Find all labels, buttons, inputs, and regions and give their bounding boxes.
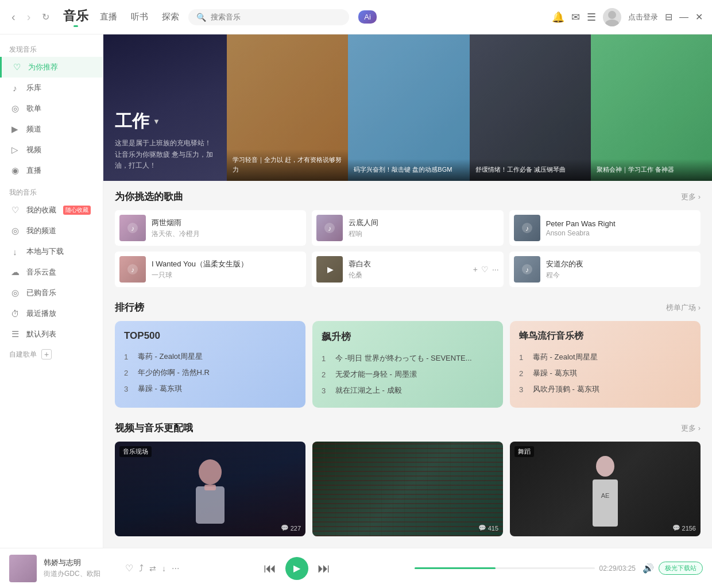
- song-item-3[interactable]: ♪ I Wanted You（温柔女生版） 一只球: [115, 252, 306, 287]
- rank-card-1[interactable]: 飙升榜 1 今 -明日 世界が终わっても - SEVENTE... 2 无爱才能…: [312, 321, 503, 408]
- banner-card-1[interactable]: 码字兴奋剂！敲击键 盘的动感BGM: [348, 34, 469, 181]
- song-item-5[interactable]: ♪ 安道尔的夜 程今: [509, 252, 701, 287]
- sidebar-item-default-list[interactable]: ☰ 默认列表: [0, 324, 103, 345]
- videos-title: 视频与音乐更配哦: [115, 421, 193, 435]
- sidebar-item-songs[interactable]: ◎ 歌单: [0, 98, 103, 119]
- sidebar-item-my-collect[interactable]: ♡ 我的收藏 随心收藏: [0, 200, 103, 220]
- banner-desc: 这里是属于上班族的充电驿站！让音乐为你驱散疲 惫与压力，加油，打工人！: [115, 138, 215, 172]
- ai-button[interactable]: Ai: [358, 10, 377, 24]
- song-actions-4: + ♡ ···: [473, 265, 499, 274]
- sidebar-item-library[interactable]: ♪ 乐库: [0, 78, 103, 98]
- nav-links: 直播 听书 探索: [100, 11, 179, 22]
- window-close[interactable]: ✕: [695, 11, 703, 22]
- video-card-2[interactable]: AE 舞蹈 💬2156: [510, 442, 701, 536]
- song-name-3: I Wanted You（温柔女生版）: [152, 259, 301, 269]
- svg-text:♪: ♪: [525, 266, 529, 274]
- banner-card-0[interactable]: 学习轻音｜全力以 赶，才有资格说够努力: [227, 34, 348, 181]
- nav-right: 🔔 ✉ ☰ 点击登录 ⊟ — ✕: [552, 8, 703, 26]
- video-count-2: 💬2156: [672, 524, 696, 532]
- search-input[interactable]: [211, 13, 341, 21]
- default-list-icon: ☰: [9, 329, 21, 339]
- rankings-more[interactable]: 榜单广场 ›: [666, 303, 701, 313]
- login-text[interactable]: 点击登录: [628, 12, 658, 22]
- channels-label: 频道: [26, 124, 41, 134]
- mail-button[interactable]: ✉: [571, 11, 580, 24]
- sidebar-item-purchased[interactable]: ◎ 已购音乐: [0, 283, 103, 303]
- video-card-1[interactable]: 💬415: [312, 442, 503, 536]
- song-item-4[interactable]: ▶ 蓉白衣 伦桑 + ♡ ···: [312, 252, 503, 287]
- player-time: 02:29/03:25: [599, 564, 636, 572]
- banner-card-2[interactable]: 舒缓情绪！工作必备 减压钢琴曲: [470, 34, 591, 181]
- picked-songs-more[interactable]: 更多 ›: [681, 192, 701, 202]
- song-more-btn-4[interactable]: ···: [492, 265, 499, 274]
- downloads-icon: ↓: [9, 247, 21, 257]
- player-artist: 街道办GDC、欧阳: [44, 569, 118, 579]
- sidebar-item-live[interactable]: ◉ 直播: [0, 160, 103, 181]
- menu-button[interactable]: ☰: [587, 11, 596, 24]
- window-restore[interactable]: ⊟: [665, 11, 672, 22]
- video-tag-2: 舞蹈: [514, 446, 534, 457]
- song-item-2[interactable]: ♪ Peter Pan Was Right Anson Seabra: [509, 210, 701, 246]
- video-card-0[interactable]: 音乐现场 💬227: [115, 442, 305, 536]
- rankings-grid: TOP500 1 毒药 - Zealot周星星 2 年少的你啊 - 浩然H.R …: [115, 321, 701, 408]
- player-prev-btn[interactable]: ⏮: [264, 561, 276, 576]
- create-playlist-row[interactable]: 自建歌单 +: [0, 345, 103, 364]
- sidebar-item-recent[interactable]: ⏱ 最近播放: [0, 303, 103, 324]
- banner-dropdown-icon[interactable]: ▼: [153, 117, 160, 126]
- sidebar-item-cloud[interactable]: ☁ 音乐云盘: [0, 262, 103, 283]
- svg-point-15: [596, 456, 614, 477]
- player-volume-btn[interactable]: 🔊: [643, 563, 654, 574]
- player-play-btn[interactable]: ▶: [285, 557, 308, 580]
- nav-live[interactable]: 直播: [100, 11, 117, 22]
- player-thumb[interactable]: [9, 555, 37, 582]
- player-like-btn[interactable]: ♡: [125, 563, 133, 574]
- window-minimize[interactable]: —: [679, 12, 688, 22]
- song-item-1[interactable]: ♪ 云底人间 程响: [312, 210, 503, 246]
- nav-audiobook[interactable]: 听书: [131, 11, 148, 22]
- song-thumb-1: ♪: [316, 215, 343, 241]
- songs-icon: ◎: [9, 103, 21, 114]
- song-info-1: 云底人间 程响: [349, 218, 498, 239]
- create-playlist-icon[interactable]: +: [41, 349, 52, 359]
- svg-text:♪: ♪: [328, 225, 331, 233]
- rank-card-0[interactable]: TOP500 1 毒药 - Zealot周星星 2 年少的你啊 - 浩然H.R …: [115, 321, 305, 408]
- player-download-btn[interactable]: ↓: [162, 564, 166, 573]
- sidebar-item-downloads[interactable]: ↓ 本地与下载: [0, 241, 103, 262]
- sidebar-item-videos[interactable]: ▷ 视频: [0, 140, 103, 160]
- player-next-btn[interactable]: ⏭: [318, 561, 330, 576]
- player-shuffle-btn[interactable]: ⇄: [149, 564, 156, 573]
- content-area: 工作 ▼ 这里是属于上班族的充电驿站！让音乐为你驱散疲 惫与压力，加油，打工人！…: [103, 34, 712, 548]
- svg-point-0: [608, 11, 616, 19]
- notification-bell[interactable]: 🔔: [552, 11, 564, 24]
- rank-num-icon: 2: [124, 369, 133, 377]
- picked-songs-title: 为你挑选的歌曲: [115, 190, 183, 203]
- rank-item-1-0: 1 今 -明日 世界が终わっても - SEVENTE...: [322, 350, 494, 366]
- player-progress-bar[interactable]: [415, 567, 595, 569]
- song-thumb-3: ♪: [119, 256, 146, 283]
- purchased-icon: ◎: [9, 288, 21, 298]
- sidebar-item-my-channel[interactable]: ◎ 我的频道: [0, 220, 103, 241]
- player-info: 韩娇与志明 街道办GDC、欧阳: [44, 558, 118, 579]
- main-layout: 发现音乐 ♡ 为你推荐 ♪ 乐库 ◎ 歌单 ▶ 频道 ▷ 视频 ◉ 直播 我的音…: [0, 34, 712, 548]
- refresh-button[interactable]: ↻: [40, 9, 52, 25]
- app-logo: 音乐: [63, 7, 88, 25]
- banner-card-3[interactable]: 聚精会神｜学习工作 备神器: [591, 34, 712, 181]
- downloads-label: 本地与下载: [26, 246, 64, 257]
- videos-more[interactable]: 更多 ›: [681, 423, 701, 434]
- banner-title-row: 工作 ▼: [115, 110, 215, 133]
- song-like-btn-4[interactable]: ♡: [481, 265, 489, 274]
- search-box: 🔍: [188, 9, 349, 25]
- rank-card-2[interactable]: 蜂鸟流行音乐榜 1 毒药 - Zealot周星星 2 暴躁 - 葛东琪 3 风吹…: [510, 321, 701, 408]
- nav-explore[interactable]: 探索: [162, 11, 179, 22]
- sidebar-item-channels[interactable]: ▶ 频道: [0, 119, 103, 140]
- download-badge[interactable]: 极光下载站: [659, 562, 703, 575]
- song-add-btn-4[interactable]: +: [473, 265, 478, 274]
- forward-button[interactable]: ›: [25, 8, 33, 26]
- song-artist-5: 程今: [546, 270, 696, 280]
- song-item-0[interactable]: ♪ 两世烟雨 洛天依、冷橙月: [115, 210, 306, 246]
- player-share-btn[interactable]: ⤴: [139, 563, 144, 574]
- back-button[interactable]: ‹: [9, 8, 18, 26]
- song-name-0: 两世烟雨: [152, 218, 301, 228]
- sidebar-item-recommend[interactable]: ♡ 为你推荐: [0, 57, 103, 78]
- player-more-btn[interactable]: ···: [172, 563, 179, 574]
